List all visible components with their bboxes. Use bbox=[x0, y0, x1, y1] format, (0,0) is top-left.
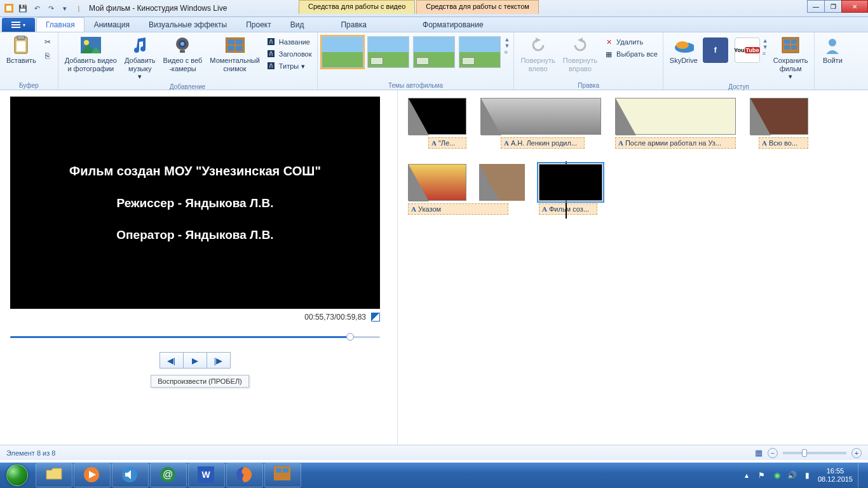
clip-2[interactable]: AА.Н. Ленкин родил... bbox=[480, 98, 601, 149]
view-thumbnails-icon[interactable]: ▦ bbox=[755, 448, 763, 458]
zoom-slider[interactable] bbox=[783, 452, 846, 454]
svg-point-30 bbox=[829, 39, 836, 46]
maximize-button[interactable]: ❐ bbox=[824, 0, 842, 13]
titlebar: 💾 ↶ ↷ ▾ | Мой фильм - Киностудия Windows… bbox=[0, 0, 868, 17]
tab-home[interactable]: Главная bbox=[36, 17, 85, 32]
title-icon: 🅰 bbox=[266, 49, 276, 59]
title-button[interactable]: 🅰Заголовок bbox=[265, 48, 313, 60]
tray-clock[interactable]: 16:55 08.12.2015 bbox=[818, 467, 853, 484]
credits-button[interactable]: 🅰Титры ▾ bbox=[265, 60, 313, 72]
save-movie-icon bbox=[780, 35, 801, 55]
zoom-in-button[interactable]: + bbox=[851, 448, 862, 458]
clip-6[interactable] bbox=[479, 164, 525, 215]
save-movie-button[interactable]: Сохранить фильм▾ bbox=[771, 34, 811, 82]
clip-1[interactable]: A"Ле... bbox=[408, 98, 466, 149]
clip-7[interactable]: AФильм соз... bbox=[539, 164, 602, 215]
rotate-left-button[interactable]: Повернуть влево bbox=[518, 34, 557, 74]
tray-network-icon[interactable]: ▮ bbox=[803, 470, 813, 480]
start-button[interactable] bbox=[0, 463, 34, 488]
edit-small-buttons: ✕Удалить ▦Выбрать все bbox=[602, 34, 659, 60]
qat-dropdown-icon[interactable]: ▾ bbox=[58, 2, 71, 15]
snapshot-button[interactable]: Моментальный снимок bbox=[207, 34, 262, 74]
seek-bar[interactable] bbox=[10, 330, 380, 343]
preview-line-2: Режиссер - Яндыкова Л.В. bbox=[116, 196, 273, 210]
taskbar-explorer[interactable] bbox=[36, 463, 72, 487]
tab-view[interactable]: Вид bbox=[281, 17, 314, 32]
theme-thumb-2[interactable] bbox=[367, 36, 409, 68]
tray-shield-icon[interactable]: ◉ bbox=[772, 470, 782, 480]
taskbar-agent[interactable]: @ bbox=[150, 463, 187, 487]
zoom-out-button[interactable]: − bbox=[768, 448, 778, 458]
storyboard[interactable]: A"Ле... AА.Н. Ленкин родил... AПосле арм… bbox=[397, 90, 868, 445]
show-desktop-button[interactable] bbox=[858, 463, 863, 487]
svg-rect-26 bbox=[784, 39, 790, 44]
svg-rect-17 bbox=[227, 39, 234, 44]
context-tab-text[interactable]: Средства для работы с текстом bbox=[416, 0, 539, 14]
theme-thumb-4[interactable] bbox=[459, 36, 501, 68]
webcam-button[interactable]: Видео с веб -камеры bbox=[161, 34, 205, 74]
prev-frame-button[interactable]: ◀| bbox=[159, 352, 184, 369]
preview-pane: Фильм создан МОУ "Узнезинская СОШ" Режис… bbox=[0, 90, 397, 445]
minimize-button[interactable]: — bbox=[807, 0, 825, 13]
tray-up-icon[interactable]: ▴ bbox=[742, 470, 752, 480]
next-frame-button[interactable]: |▶ bbox=[207, 352, 231, 369]
select-all-button[interactable]: ▦Выбрать все bbox=[602, 48, 659, 60]
name-button[interactable]: 🅰Название bbox=[265, 36, 313, 48]
group-login: Войти bbox=[815, 32, 850, 90]
zoom-thumb[interactable] bbox=[802, 449, 807, 457]
group-share-label: Доступ bbox=[667, 82, 811, 91]
file-menu-button[interactable] bbox=[2, 18, 35, 32]
undo-icon[interactable]: ↶ bbox=[31, 2, 43, 15]
clip-4-caption[interactable]: AВсю во... bbox=[759, 137, 808, 149]
clip-7-caption[interactable]: AФильм соз... bbox=[539, 203, 597, 215]
save-icon[interactable]: 💾 bbox=[17, 2, 29, 15]
cut-icon[interactable]: ✂ bbox=[41, 36, 54, 48]
taskbar-moviemaker[interactable] bbox=[264, 463, 301, 487]
statusbar-right: ▦ − + bbox=[755, 448, 862, 458]
tab-format-contextual[interactable]: Форматирование bbox=[413, 17, 493, 32]
facebook-icon[interactable]: f bbox=[703, 37, 728, 63]
clip-3-caption[interactable]: AПосле армии работал на Уз... bbox=[615, 137, 736, 149]
theme-thumb-1[interactable] bbox=[322, 36, 363, 68]
share-scroll[interactable]: ▲▼≡ bbox=[763, 34, 768, 57]
rotate-right-button[interactable]: Повернуть вправо bbox=[560, 34, 600, 74]
tray-time: 16:55 bbox=[818, 467, 853, 475]
taskbar-word[interactable]: W bbox=[188, 463, 225, 487]
svg-rect-27 bbox=[791, 39, 797, 44]
youtube-icon[interactable]: YouTube bbox=[735, 37, 760, 63]
close-button[interactable]: ✕ bbox=[841, 0, 868, 13]
delete-button[interactable]: ✕Удалить bbox=[602, 36, 659, 48]
paste-button[interactable]: Вставить bbox=[4, 34, 39, 66]
login-button[interactable]: Войти bbox=[818, 34, 846, 66]
clip-2-caption[interactable]: AА.Н. Ленкин родил... bbox=[501, 137, 585, 149]
add-music-button[interactable]: Добавить музыку▾ bbox=[122, 34, 158, 82]
skydrive-button[interactable]: SkyDrive bbox=[667, 34, 700, 66]
app-icon[interactable] bbox=[3, 2, 15, 15]
copy-icon[interactable]: ⎘ bbox=[41, 50, 54, 62]
seek-thumb[interactable] bbox=[346, 333, 354, 341]
tab-animation[interactable]: Анимация bbox=[85, 17, 139, 32]
redo-icon[interactable]: ↷ bbox=[44, 2, 57, 15]
taskbar-sound[interactable] bbox=[112, 463, 149, 487]
fullscreen-icon[interactable] bbox=[371, 313, 380, 322]
context-tab-video[interactable]: Средства для работы с видео bbox=[299, 0, 415, 14]
taskbar-mediaplayer[interactable] bbox=[74, 463, 111, 487]
taskbar-firefox[interactable] bbox=[226, 463, 263, 487]
play-button[interactable]: ▶ bbox=[183, 352, 207, 369]
clip-1-caption[interactable]: A"Ле... bbox=[428, 137, 466, 149]
tab-project[interactable]: Проект bbox=[236, 17, 281, 32]
tab-edit-contextual[interactable]: Правка bbox=[331, 17, 376, 32]
clip-4[interactable]: AВсю во... bbox=[750, 98, 808, 149]
tray-flag-icon[interactable]: ⚑ bbox=[757, 470, 767, 480]
add-text-buttons: 🅰Название 🅰Заголовок 🅰Титры ▾ bbox=[265, 34, 313, 72]
theme-scroll[interactable]: ▲▼≡ bbox=[505, 36, 510, 55]
clip-3[interactable]: AПосле армии работал на Уз... bbox=[615, 98, 736, 149]
taskbar: @ W ▴ ⚑ ◉ 🔊 ▮ 16:55 08.12.2015 bbox=[0, 463, 868, 488]
tray-speaker-icon[interactable]: 🔊 bbox=[787, 470, 797, 480]
add-video-button[interactable]: Добавить видео и фотографии bbox=[62, 34, 119, 74]
theme-thumb-3[interactable] bbox=[413, 36, 455, 68]
tab-visual-effects[interactable]: Визуальные эффекты bbox=[139, 17, 236, 32]
speaker-task-icon bbox=[121, 466, 139, 484]
photo-icon bbox=[81, 35, 101, 55]
credits-icon: 🅰 bbox=[266, 61, 276, 71]
